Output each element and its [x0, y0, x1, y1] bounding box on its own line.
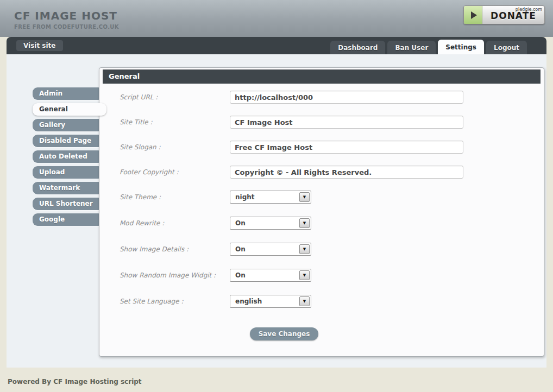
- form-row-site-theme: Site Theme :night▼: [120, 191, 544, 204]
- app-logo: CF IMAGE HOST FREE FROM CODEFUTURE.CO.UK: [14, 9, 119, 30]
- dropdown-arrow-icon: ▼: [299, 270, 310, 280]
- set-site-language-label: Set Site Language :: [120, 298, 230, 305]
- navbar: Visit site DashboardBan UserSettingsLogo…: [7, 37, 546, 54]
- tab-ban-user[interactable]: Ban User: [387, 41, 436, 54]
- play-triangle-icon: [471, 11, 477, 19]
- donate-main: pledgie.com DONATE: [482, 6, 544, 24]
- site-title-label: Site Title :: [120, 118, 230, 126]
- dropdown-arrow-icon: ▼: [299, 244, 310, 254]
- site-title-input[interactable]: [230, 116, 463, 129]
- script-url-label: Script URL :: [120, 93, 230, 101]
- page: CF IMAGE HOST FREE FROM CODEFUTURE.CO.UK…: [0, 0, 553, 392]
- site-header: CF IMAGE HOST FREE FROM CODEFUTURE.CO.UK…: [0, 0, 553, 37]
- mod-rewrite-select[interactable]: On▼: [230, 217, 311, 230]
- select-value: On: [230, 217, 311, 229]
- set-site-language-select[interactable]: english▼: [230, 295, 311, 308]
- sidebar-item-auto-deleted[interactable]: Auto Deleted: [33, 150, 103, 163]
- form-row-set-site-language: Set Site Language :english▼: [120, 295, 544, 308]
- sidebar-item-disabled-page[interactable]: Disabled Page: [33, 135, 103, 147]
- site-slogan-label: Site Slogan :: [120, 143, 230, 151]
- select-value: english: [230, 295, 311, 307]
- form-row-show-random-image-widgit: Show Random Image Widgit :On▼: [120, 269, 544, 282]
- nav-tabs: DashboardBan UserSettingsLogout: [330, 40, 527, 54]
- tab-dashboard[interactable]: Dashboard: [330, 41, 385, 54]
- footer-copyright-label: Footer Copyright :: [120, 168, 230, 176]
- select-value: On: [230, 269, 311, 281]
- footer-copyright-input[interactable]: [230, 166, 463, 179]
- show-image-details-label: Show Image Details :: [120, 245, 230, 253]
- sidebar-item-google[interactable]: Google: [33, 213, 103, 226]
- form-row-script-url: Script URL :: [120, 91, 544, 104]
- sidebar-item-url-shortener[interactable]: URL Shortener: [33, 198, 103, 210]
- donate-button[interactable]: pledgie.com DONATE: [463, 5, 545, 24]
- show-random-image-widgit-label: Show Random Image Widgit :: [120, 271, 230, 279]
- site-theme-label: Site Theme :: [120, 193, 230, 201]
- sidebar-item-admin[interactable]: Admin: [33, 87, 103, 100]
- select-value: night: [230, 191, 311, 203]
- dropdown-arrow-icon: ▼: [299, 192, 310, 202]
- form-row-mod-rewrite: Mod Rewrite :On▼: [120, 217, 544, 230]
- form-row-show-image-details: Show Image Details :On▼: [120, 243, 544, 256]
- save-changes-button[interactable]: Save Changes: [250, 327, 318, 340]
- select-value: On: [230, 243, 311, 255]
- mod-rewrite-label: Mod Rewrite :: [120, 219, 230, 227]
- show-random-image-widgit-select[interactable]: On▼: [230, 269, 311, 282]
- visit-site-button[interactable]: Visit site: [16, 40, 63, 51]
- logo-title: CF IMAGE HOST: [14, 9, 119, 22]
- pledgie-label: pledgie.com: [516, 7, 542, 12]
- script-url-input[interactable]: [230, 91, 463, 104]
- dropdown-arrow-icon: ▼: [299, 296, 310, 306]
- form-row-footer-copyright: Footer Copyright :: [120, 166, 544, 179]
- settings-form: Script URL :Site Title :Site Slogan :Foo…: [99, 84, 544, 340]
- sidebar-item-gallery[interactable]: Gallery: [33, 119, 103, 131]
- form-row-site-slogan: Site Slogan :: [120, 141, 544, 154]
- dropdown-arrow-icon: ▼: [299, 218, 310, 228]
- settings-panel: General Script URL :Site Title :Site Slo…: [99, 67, 544, 357]
- sidebar-item-upload[interactable]: Upload: [33, 166, 103, 179]
- site-slogan-input[interactable]: [230, 141, 463, 154]
- form-rows: Script URL :Site Title :Site Slogan :Foo…: [120, 91, 544, 308]
- form-row-site-title: Site Title :: [120, 116, 544, 129]
- tab-settings[interactable]: Settings: [438, 40, 484, 54]
- sidebar-item-watermark[interactable]: Watermark: [33, 182, 103, 194]
- footer-text: Powered By CF Image Hosting script: [8, 378, 142, 385]
- tab-logout[interactable]: Logout: [486, 41, 527, 54]
- logo-subtitle: FREE FROM CODEFUTURE.CO.UK: [14, 24, 119, 30]
- content-area: AdminGeneralGalleryDisabled PageAuto Del…: [7, 54, 546, 368]
- sidebar-item-general[interactable]: General: [33, 103, 106, 116]
- donate-label: DONATE: [491, 10, 536, 21]
- panel-title: General: [103, 69, 541, 84]
- donate-play-icon: [464, 6, 482, 24]
- site-theme-select[interactable]: night▼: [230, 191, 311, 204]
- show-image-details-select[interactable]: On▼: [230, 243, 311, 256]
